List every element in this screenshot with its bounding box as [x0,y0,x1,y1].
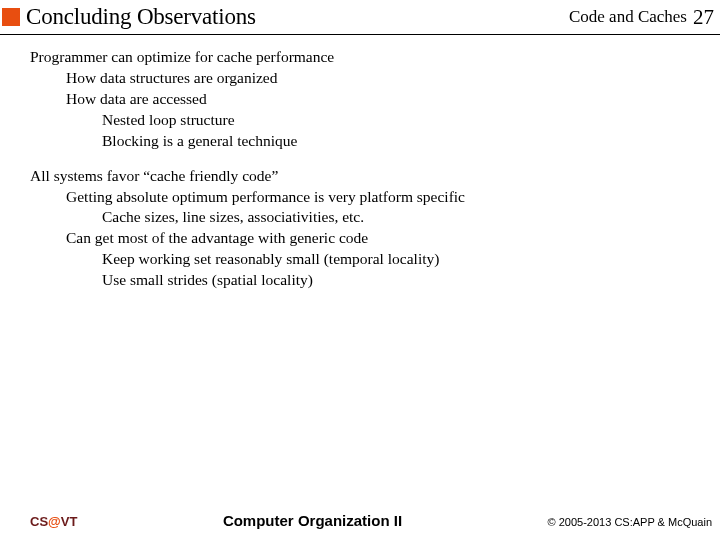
bullet-l2: Keep working set reasonably small (tempo… [102,249,696,270]
slide-body: Programmer can optimize for cache perfor… [0,35,720,291]
footer-course: Computer Organization II [77,512,547,529]
slide-footer: CS@VT Computer Organization II © 2005-20… [0,512,720,530]
footer-cs: CS [30,514,48,529]
bullet-l2: Nested loop structure [102,110,696,131]
page-number: 27 [693,5,714,30]
footer-vt: VT [61,514,78,529]
slide-topic: Code and Caches [569,7,687,27]
bullet-l1: Getting absolute optimum performance is … [66,187,696,208]
bullet-l1: Can get most of the advantage with gener… [66,228,696,249]
bullet-l2: Cache sizes, line sizes, associativities… [102,207,696,228]
bullet-l2: Use small strides (spatial locality) [102,270,696,291]
bullet-l2: Blocking is a general technique [102,131,696,152]
bullet-l1: How data structures are organized [66,68,696,89]
bullet-l0: All systems favor “cache friendly code” [30,166,696,187]
bullet-l0: Programmer can optimize for cache perfor… [30,47,696,68]
slide-header: Concluding Observations Code and Caches … [0,0,720,34]
bullet-l1: How data are accessed [66,89,696,110]
slide-title: Concluding Observations [26,4,256,30]
footer-affiliation: CS@VT [30,512,77,530]
footer-at: @ [48,514,61,529]
accent-square-icon [2,8,20,26]
footer-copyright: © 2005-2013 CS:APP & McQuain [548,516,712,528]
